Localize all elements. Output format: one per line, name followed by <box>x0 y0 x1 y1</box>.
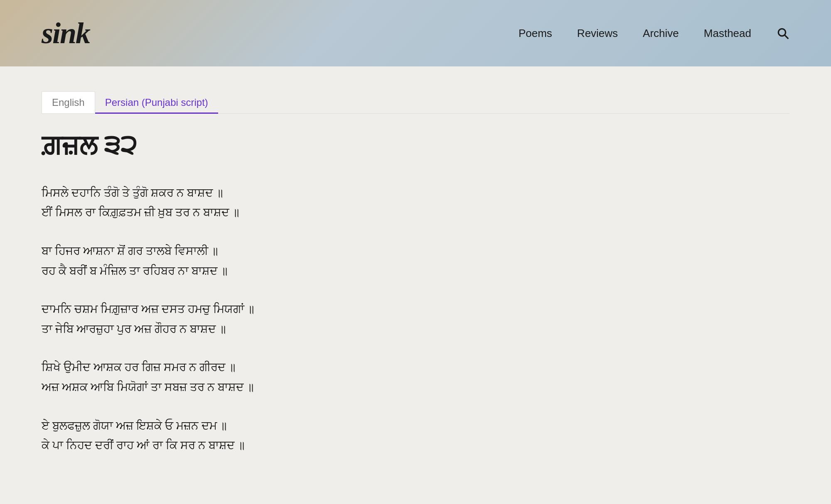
poem-stanza-1: ਮਿਸਲੇ ਦਹਾਨਿ ਤੰਗੋ ਤੇ ਤੁੰਗੋ ਸ਼ਕਰ ਨ ਬਾਸ਼ਦ ॥… <box>42 183 789 223</box>
tab-persian-punjabi[interactable]: Persian (Punjabi script) <box>95 92 218 113</box>
search-icon <box>776 27 789 40</box>
main-nav: Poems Reviews Archive Masthead <box>519 27 789 40</box>
nav-archive[interactable]: Archive <box>643 27 679 40</box>
svg-line-1 <box>785 35 789 39</box>
poem-line: ਤਾ ਜੇਬਿ ਆਰਜ਼ੁਹਾ ਪੁਰ ਅਜ਼ ਗੌਹਰ ਨ ਬਾਸ਼ਦ ॥ <box>42 319 789 339</box>
poem-stanza-5: ਏ ਬੁਲਫਜ਼ੁਲ ਗੋਯਾ ਅਜ਼ ਇਸ਼ਕੇ ਓ ਮਜ਼ਨ ਦਮ ॥ ਕੇ… <box>42 416 789 455</box>
tab-english[interactable]: English <box>42 91 95 113</box>
poem-body: ਮਿਸਲੇ ਦਹਾਨਿ ਤੰਗੋ ਤੇ ਤੁੰਗੋ ਸ਼ਕਰ ਨ ਬਾਸ਼ਦ ॥… <box>42 183 789 455</box>
poem-line: ਦਾਮਨਿ ਚਸ਼ਮ ਮਿਗ਼ੁਜ਼ਾਰ ਅਜ਼ ਦਸਤ ਹਮਚੁ ਮਿਯਗਾਂ… <box>42 299 789 319</box>
nav-poems[interactable]: Poems <box>519 27 552 40</box>
site-header: sink Poems Reviews Archive Masthead <box>0 0 831 66</box>
poem-title: ਗ਼ਜ਼ਲ ੩੨ <box>42 130 789 162</box>
poem-line: ਰਹ ਕੈ ਬਰੀਂ ਬ ਮੰਜ਼ਿਲ ਤਾ ਰਹਿਬਰ ਨਾ ਬਾਸ਼ਦ ॥ <box>42 261 789 281</box>
poem-stanza-4: ਸ਼ਿਖੇ ਉਮੀਦ ਆਸ਼ਕ ਹਰ ਗਿਜ਼ ਸਮਰ ਨ ਗੀਰਦ ॥ ਅਜ਼… <box>42 357 789 397</box>
poem-line: ਬਾ ਹਿਜਰ ਆਸ਼ਨਾ ਸ਼ੋਂ ਗਰ ਤਾਲਬੇ ਵਿਸਾਲੀ ॥ <box>42 241 789 261</box>
tabs-container: English Persian (Punjabi script) <box>42 91 789 114</box>
poem-line: ਅਜ਼ ਅਸ਼ਕ ਆਬਿ ਮਿਯੋਗਾਂ ਤਾ ਸਬਜ਼ ਤਰ ਨ ਬਾਸ਼ਦ … <box>42 377 789 397</box>
svg-point-0 <box>778 29 785 36</box>
poem-line: ਈਂ ਮਿਸਲ ਰਾ ਕਿਗ਼ੁਫ਼ਤਮ ਜ਼ੀ ਖ਼ੁਬ ਤਰ ਨ ਬਾਸ਼ਦ… <box>42 203 789 223</box>
poem-line: ਏ ਬੁਲਫਜ਼ੁਲ ਗੋਯਾ ਅਜ਼ ਇਸ਼ਕੇ ਓ ਮਜ਼ਨ ਦਮ ॥ <box>42 416 789 436</box>
poem-stanza-2: ਬਾ ਹਿਜਰ ਆਸ਼ਨਾ ਸ਼ੋਂ ਗਰ ਤਾਲਬੇ ਵਿਸਾਲੀ ॥ ਰਹ … <box>42 241 789 281</box>
poem-line: ਕੇ ਪਾ ਨਿਹਦ ਦਰੀਂ ਰਾਹ ਆਂ ਰਾ ਕਿ ਸਰ ਨ ਬਾਸ਼ਦ … <box>42 435 789 455</box>
poem-line: ਮਿਸਲੇ ਦਹਾਨਿ ਤੰਗੋ ਤੇ ਤੁੰਗੋ ਸ਼ਕਰ ਨ ਬਾਸ਼ਦ ॥ <box>42 183 789 203</box>
nav-reviews[interactable]: Reviews <box>577 27 618 40</box>
poem-line: ਸ਼ਿਖੇ ਉਮੀਦ ਆਸ਼ਕ ਹਰ ਗਿਜ਼ ਸਮਰ ਨ ਗੀਰਦ ॥ <box>42 357 789 377</box>
search-button[interactable] <box>776 27 789 40</box>
nav-masthead[interactable]: Masthead <box>704 27 751 40</box>
main-content: English Persian (Punjabi script) ਗ਼ਜ਼ਲ ੩… <box>0 66 831 504</box>
site-logo[interactable]: sink <box>42 16 90 51</box>
poem-stanza-3: ਦਾਮਨਿ ਚਸ਼ਮ ਮਿਗ਼ੁਜ਼ਾਰ ਅਜ਼ ਦਸਤ ਹਮਚੁ ਮਿਯਗਾਂ… <box>42 299 789 339</box>
